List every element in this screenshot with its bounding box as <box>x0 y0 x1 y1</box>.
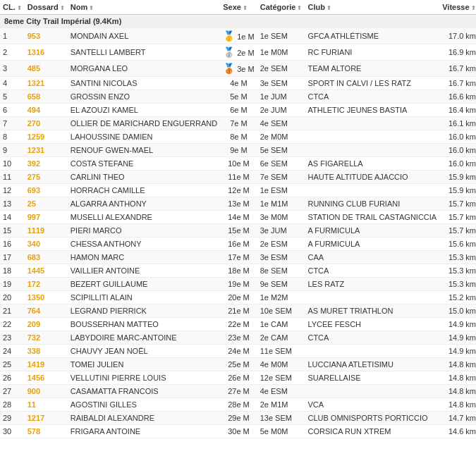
cell-dossard: 578 <box>25 425 68 438</box>
cell-cl: 15 <box>0 224 25 238</box>
cell-cl: 24 <box>0 345 25 358</box>
cell-sexe: 24e M <box>220 345 257 358</box>
cell-vitesse: 16.0 km/h <box>439 144 476 157</box>
cell-categorie: 1e JUM <box>257 90 305 104</box>
cell-categorie: 4e ESM <box>257 385 305 398</box>
cell-nom: RAIBALDI ALEXANDRE <box>68 412 220 425</box>
cell-vitesse: 14.8 km/h <box>439 358 476 371</box>
cell-sexe: 6e M <box>220 104 257 117</box>
cell-club: GFCA ATHLÉTISME <box>305 28 439 44</box>
cell-dossard: 658 <box>25 90 68 104</box>
cell-club: CTCA <box>305 331 439 345</box>
cell-dossard: 1231 <box>25 144 68 157</box>
cell-categorie: 2e SEM <box>257 61 305 77</box>
cell-nom: MORGANA LEO <box>68 61 220 77</box>
cell-dossard: 485 <box>25 61 68 77</box>
col-nom[interactable]: Nom⬆ <box>68 0 220 15</box>
col-dossard[interactable]: Dossard⬆ <box>25 0 68 15</box>
section-title: 8eme City Trail Impérial (9.4Km) <box>0 15 476 28</box>
cell-sexe: 14e M <box>220 211 257 224</box>
cell-dossard: 683 <box>25 251 68 264</box>
col-club[interactable]: Club⬆ <box>305 0 439 15</box>
cell-categorie: 1e M2M <box>257 291 305 304</box>
cell-categorie: 3e SEM <box>257 77 305 90</box>
cell-nom: RENOUF GWEN-MAEL <box>68 144 220 157</box>
table-row: 41321SANTINI NICOLAS4e M3e SEMSPORT IN C… <box>0 77 476 90</box>
table-row: 16340CHESSA ANTHONY16e M2e ESMA FURMICUL… <box>0 238 476 251</box>
cell-sexe: 28e M <box>220 398 257 412</box>
cell-club: RC FURIANI <box>305 44 439 61</box>
cell-categorie: 1e SEM <box>257 28 305 44</box>
cell-cl: 25 <box>0 358 25 371</box>
cell-categorie: 7e SEM <box>257 171 305 184</box>
cell-nom: PIERI MARCO <box>68 224 220 238</box>
cell-sexe: 12e M <box>220 184 257 197</box>
cell-dossard: 1350 <box>25 291 68 304</box>
medal-bronze-icon: 🥉 <box>223 63 235 74</box>
cell-club <box>305 184 439 197</box>
cell-cl: 14 <box>0 211 25 224</box>
table-row: 30578FRIGARA ANTOINE30e M5e M0MCORSICA R… <box>0 425 476 438</box>
table-row: 11275CARLINI THEO11e M7e SEMHAUTE ALTITU… <box>0 171 476 184</box>
cell-categorie: 6e SEM <box>257 157 305 171</box>
cell-nom: VELLUTINI PIERRE LOUIS <box>68 371 220 385</box>
cell-vitesse: 16.0 km/h <box>439 130 476 144</box>
cell-sexe: 20e M <box>220 291 257 304</box>
cell-categorie: 8e SEM <box>257 264 305 278</box>
cell-club: RUNNING CLUB FURIANI <box>305 197 439 211</box>
cell-categorie: 5e M0M <box>257 425 305 438</box>
col-sexe[interactable]: Sexe⬆ <box>220 0 257 15</box>
table-row: 1953MONDAIN AXEL🥇 1e M1e SEMGFCA ATHLÉTI… <box>0 28 476 44</box>
col-categorie[interactable]: Catégorie⬆ <box>257 0 305 15</box>
cell-dossard: 494 <box>25 104 68 117</box>
cell-vitesse: 15.3 km/h <box>439 251 476 264</box>
cell-nom: SANTINI NICOLAS <box>68 77 220 90</box>
cell-club: SPORT IN CALVI / LES RATZ <box>305 77 439 90</box>
cell-categorie: 4e SEM <box>257 117 305 130</box>
cell-dossard: 1316 <box>25 44 68 61</box>
cell-vitesse: 16.0 km/h <box>439 157 476 171</box>
cell-vitesse: 15.7 km/h <box>439 211 476 224</box>
cell-nom: COSTA STEFANE <box>68 157 220 171</box>
cell-cl: 19 <box>0 278 25 291</box>
cell-club: CORSICA RUN XTREM <box>305 425 439 438</box>
cell-categorie: 1e M1M <box>257 197 305 211</box>
cell-club: CLUB OMNISPORTS PORTICCIO <box>305 412 439 425</box>
cell-club <box>305 117 439 130</box>
cell-dossard: 732 <box>25 331 68 345</box>
cell-vitesse: 16.7 km/h <box>439 77 476 90</box>
table-row: 17683HAMON MARC17e M3e ESMCAA15.3 km/h00… <box>0 251 476 264</box>
cell-club <box>305 291 439 304</box>
cell-vitesse: 15.0 km/h <box>439 304 476 318</box>
cell-sexe: 30e M <box>220 425 257 438</box>
table-row: 91231RENOUF GWEN-MAEL9e M5e SEM16.0 km/h… <box>0 144 476 157</box>
cell-sexe: 8e M <box>220 130 257 144</box>
cell-dossard: 1259 <box>25 130 68 144</box>
cell-cl: 11 <box>0 171 25 184</box>
cell-vitesse: 15.3 km/h <box>439 264 476 278</box>
cell-categorie: 2e CAM <box>257 331 305 345</box>
cell-club: LUCCIANA ATLETISIMU <box>305 358 439 371</box>
cell-club: CTCA <box>305 90 439 104</box>
cell-club: STATION DE TRAIL CASTAGNICCIA <box>305 211 439 224</box>
cell-categorie: 4e M0M <box>257 358 305 371</box>
medal-gold-icon: 🥇 <box>223 30 235 42</box>
cell-nom: BEZERT GUILLAUME <box>68 278 220 291</box>
cell-vitesse: 16.6 km/h <box>439 90 476 104</box>
cell-sexe: 4e M <box>220 77 257 90</box>
cell-nom: CASAMATTA FRANCOIS <box>68 385 220 398</box>
col-vitesse[interactable]: Vitesse⬆ <box>439 0 476 15</box>
cell-dossard: 693 <box>25 184 68 197</box>
cell-vitesse: 15.3 km/h <box>439 278 476 291</box>
cell-dossard: 764 <box>25 304 68 318</box>
table-row: 3485MORGANA LEO🥉 3e M2e SEMTEAM ALTORE16… <box>0 61 476 77</box>
table-row: 1325ALGARRA ANTHONY13e M1e M1MRUNNING CL… <box>0 197 476 211</box>
col-cl[interactable]: CL.⬆ <box>0 0 25 15</box>
cell-club: AS FIGARELLA <box>305 157 439 171</box>
cell-nom: VAILLIER ANTOINE <box>68 264 220 278</box>
cell-categorie: 13e SEM <box>257 412 305 425</box>
cell-sexe: 23e M <box>220 331 257 345</box>
cell-cl: 5 <box>0 90 25 104</box>
cell-nom: LABYDOIRE MARC-ANTOINE <box>68 331 220 345</box>
cell-cl: 17 <box>0 251 25 264</box>
